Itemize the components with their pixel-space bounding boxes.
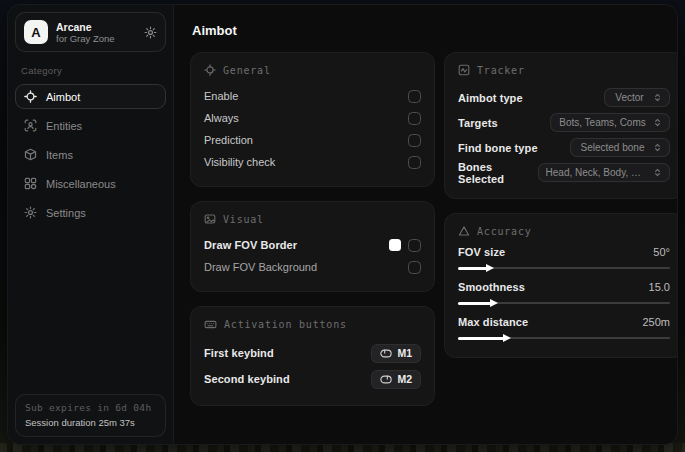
sidebar-item-label: Miscellaneous [46, 178, 116, 190]
setting-row-draw-fov-background: Draw FOV Background [204, 256, 421, 278]
enable-checkbox[interactable] [408, 90, 421, 103]
sidebar-item-settings[interactable]: Settings [15, 200, 166, 225]
draw-fov-border-checkbox[interactable] [408, 239, 421, 252]
right-column: Tracker Aimbot type Vector [444, 52, 678, 358]
triangle-icon [458, 225, 470, 237]
setting-label: Prediction [204, 134, 253, 146]
activation-buttons-card: Activation buttons First keybind M1 [190, 306, 435, 406]
second-keybind-button[interactable]: M2 [371, 370, 421, 389]
dropdown-value: Head, Neck, Body, Pe.. [546, 167, 647, 178]
app-logo: A [24, 20, 48, 44]
setting-label: Visibility check [204, 156, 275, 168]
keyboard-icon [204, 318, 217, 331]
tracker-card: Tracker Aimbot type Vector [444, 52, 678, 199]
setting-label: Second keybind [204, 373, 290, 385]
visibility-check-checkbox[interactable] [408, 156, 421, 169]
app-logo-card: A Arcane for Gray Zone [15, 12, 166, 52]
card-title-general: General [223, 65, 271, 76]
app-window: A Arcane for Gray Zone Category [7, 4, 678, 445]
setting-row-enable: Enable [204, 85, 421, 107]
person-scan-icon [24, 119, 37, 132]
setting-label: Aimbot type [458, 92, 523, 104]
slider-max-distance: Max distance 250m [458, 316, 670, 342]
app-logo-text: Arcane for Gray Zone [56, 21, 136, 44]
setting-row-first-keybind: First keybind M1 [204, 340, 421, 366]
crosshair-icon [204, 64, 216, 76]
draw-fov-background-checkbox[interactable] [408, 261, 421, 274]
slider-smoothness: Smoothness 15.0 [458, 281, 670, 307]
card-title-activation: Activation buttons [224, 319, 347, 330]
setting-row-bones-selected: Bones Selected Head, Neck, Body, Pe.. [458, 160, 670, 185]
chevron-up-down-icon [653, 118, 662, 127]
setting-label: Targets [458, 117, 498, 129]
desktop-background: A Arcane for Gray Zone Category [0, 0, 685, 452]
fov-size-slider[interactable] [458, 264, 670, 272]
sidebar-item-miscellaneous[interactable]: Miscellaneous [15, 171, 166, 196]
first-keybind-button[interactable]: M1 [371, 344, 421, 363]
smoothness-slider[interactable] [458, 299, 670, 307]
card-title-visual: Visual [223, 214, 264, 225]
sidebar: A Arcane for Gray Zone Category [8, 5, 174, 444]
accuracy-card: Accuracy FOV size 50° [444, 213, 678, 358]
sidebar-item-label: Entities [46, 120, 82, 132]
sidebar-item-items[interactable]: Items [15, 142, 166, 167]
setting-label: Draw FOV Background [204, 261, 317, 273]
slider-label: FOV size [458, 246, 505, 258]
slider-label: Smoothness [458, 281, 525, 293]
find-bone-type-dropdown[interactable]: Selected bone [570, 138, 670, 157]
sidebar-item-label: Items [46, 149, 73, 161]
session-duration-text: Session duration 25m 37s [25, 417, 156, 428]
package-icon [24, 148, 37, 161]
aimbot-type-dropdown[interactable]: Vector [604, 88, 670, 107]
chevron-up-down-icon [653, 93, 662, 102]
setting-row-draw-fov-border: Draw FOV Border [204, 234, 421, 256]
sub-expiry-text: Sub expires in 6d 04h [25, 402, 156, 413]
slider-fov-size: FOV size 50° [458, 246, 670, 272]
slider-thumb[interactable] [490, 299, 498, 307]
fov-border-color-swatch[interactable] [389, 239, 401, 251]
image-icon [204, 213, 216, 225]
slider-value: 250m [642, 316, 670, 328]
slider-value: 50° [653, 246, 670, 258]
prediction-checkbox[interactable] [408, 134, 421, 147]
sidebar-item-entities[interactable]: Entities [15, 113, 166, 138]
setting-row-find-bone-type: Find bone type Selected bone [458, 135, 670, 160]
app-title: Arcane [56, 21, 136, 33]
slider-thumb[interactable] [486, 264, 494, 272]
max-distance-slider[interactable] [458, 334, 670, 342]
always-checkbox[interactable] [408, 112, 421, 125]
gear-icon [24, 206, 37, 219]
setting-label: Enable [204, 90, 238, 102]
setting-label: Find bone type [458, 142, 538, 154]
chevron-up-down-icon [653, 168, 662, 177]
left-column: General Enable Always Prediction [190, 52, 435, 406]
sidebar-nav: Aimbot Entities [15, 84, 166, 225]
page-title: Aimbot [192, 23, 678, 38]
targets-dropdown[interactable]: Bots, Teams, Coms [550, 113, 670, 132]
mouse-icon [380, 375, 392, 384]
setting-label: Always [204, 112, 239, 124]
activity-icon [458, 64, 470, 76]
sidebar-item-aimbot[interactable]: Aimbot [15, 84, 166, 109]
keybind-value: M2 [397, 373, 412, 385]
setting-label: Bones Selected [458, 161, 538, 185]
setting-row-second-keybind: Second keybind M2 [204, 366, 421, 392]
grid-icon [24, 177, 37, 190]
setting-label: Draw FOV Border [204, 239, 297, 251]
subscription-info-card: Sub expires in 6d 04h Session duration 2… [15, 394, 166, 437]
dropdown-value: Vector [612, 92, 647, 103]
bones-selected-dropdown[interactable]: Head, Neck, Body, Pe.. [538, 163, 670, 182]
slider-label: Max distance [458, 316, 528, 328]
gear-icon[interactable] [144, 26, 157, 39]
crosshair-icon [24, 90, 37, 103]
general-card: General Enable Always Prediction [190, 52, 435, 187]
keybind-value: M1 [397, 347, 412, 359]
dropdown-value: Bots, Teams, Coms [558, 117, 647, 128]
app-subtitle: for Gray Zone [56, 33, 136, 44]
slider-value: 15.0 [649, 281, 670, 293]
sidebar-item-label: Aimbot [46, 91, 80, 103]
setting-row-always: Always [204, 107, 421, 129]
sidebar-spacer [15, 225, 166, 394]
setting-row-visibility-check: Visibility check [204, 151, 421, 173]
slider-thumb[interactable] [503, 334, 511, 342]
